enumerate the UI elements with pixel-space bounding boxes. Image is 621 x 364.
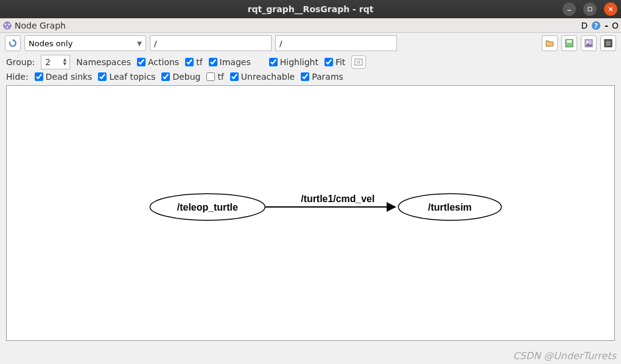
svg-text:?: ? xyxy=(594,22,598,30)
svg-rect-16 xyxy=(606,41,611,46)
node2-label: /turtlesim xyxy=(428,202,472,212)
highlight-checkbox[interactable] xyxy=(269,58,278,66)
panel-title: Node Graph xyxy=(15,21,66,30)
d-label: D xyxy=(581,21,588,30)
svg-point-5 xyxy=(5,23,7,25)
help-icon[interactable]: ? xyxy=(591,21,601,30)
toolbar: Nodes only ▼ xyxy=(0,33,621,54)
highlight-check[interactable]: Highlight xyxy=(269,57,318,67)
save-image-button[interactable] xyxy=(581,35,597,51)
params-checkbox[interactable] xyxy=(301,72,309,81)
node1-label: /teleop_turtle xyxy=(177,202,238,212)
filter2-input[interactable] xyxy=(275,35,397,51)
filter1-input[interactable] xyxy=(150,35,272,51)
leaftopics-check[interactable]: Leaf topics xyxy=(98,72,155,82)
svg-point-18 xyxy=(357,61,360,63)
refresh-button[interactable] xyxy=(5,35,21,51)
group-spinbox[interactable]: 2 ▲ ▼ xyxy=(41,55,70,69)
o-label: O xyxy=(612,21,619,30)
open-button[interactable] xyxy=(542,35,558,51)
svg-point-7 xyxy=(7,26,9,28)
window-controls xyxy=(563,2,617,16)
unreachable-check[interactable]: Unreachable xyxy=(230,72,295,82)
watermark: CSDN @UnderTurrets xyxy=(513,350,616,362)
minimize-button[interactable] xyxy=(563,2,576,16)
images-check[interactable]: Images xyxy=(209,57,251,67)
hide-row: Hide: Dead sinks Leaf topics Debug tf Un… xyxy=(0,71,621,83)
hidetf-check[interactable]: tf xyxy=(206,72,223,82)
deadsinks-check[interactable]: Dead sinks xyxy=(35,72,93,82)
fit-checkbox[interactable] xyxy=(325,58,333,66)
mode-combo[interactable]: Nodes only ▼ xyxy=(24,35,146,51)
debug-check[interactable]: Debug xyxy=(161,72,200,82)
chevron-down-icon: ▼ xyxy=(137,40,142,47)
settings-button[interactable] xyxy=(600,35,616,51)
deadsinks-checkbox[interactable] xyxy=(35,72,43,81)
svg-point-14 xyxy=(587,41,589,43)
fit-icon-button[interactable] xyxy=(351,55,366,69)
svg-rect-1 xyxy=(588,7,592,11)
titlebar: rqt_graph__RosGraph - rqt xyxy=(0,0,621,18)
svg-rect-12 xyxy=(567,40,572,43)
namespaces-label: Namespaces xyxy=(76,57,131,67)
leaftopics-checkbox[interactable] xyxy=(98,72,107,81)
unreachable-checkbox[interactable] xyxy=(230,72,239,81)
svg-rect-17 xyxy=(355,59,362,65)
actions-checkbox[interactable] xyxy=(137,58,146,66)
tf-checkbox[interactable] xyxy=(185,58,194,66)
params-check[interactable]: Params xyxy=(301,72,343,82)
tf-check[interactable]: tf xyxy=(185,57,202,67)
window-title: rqt_graph__RosGraph - rqt xyxy=(248,4,374,14)
fit-check[interactable]: Fit xyxy=(325,57,345,67)
images-checkbox[interactable] xyxy=(209,58,217,66)
graph-icon xyxy=(2,21,12,30)
group-row: Group: 2 ▲ ▼ Namespaces Actions tf Image… xyxy=(0,54,621,71)
dash-label: - xyxy=(605,21,608,30)
panel-header: Node Graph D ? - O xyxy=(0,18,621,33)
hidetf-checkbox[interactable] xyxy=(206,72,215,81)
hide-label: Hide: xyxy=(6,72,29,82)
close-button[interactable] xyxy=(604,2,617,16)
svg-point-6 xyxy=(9,23,10,25)
save-button[interactable] xyxy=(561,35,577,51)
graph-svg: /teleop_turtle /turtlesim /turtle1/cmd_v… xyxy=(7,86,614,340)
graph-canvas[interactable]: /teleop_turtle /turtlesim /turtle1/cmd_v… xyxy=(6,85,615,341)
group-value: 2 xyxy=(45,57,51,67)
maximize-button[interactable] xyxy=(583,2,597,16)
edge-label: /turtle1/cmd_vel xyxy=(301,194,374,204)
group-label: Group: xyxy=(6,57,35,67)
mode-selected: Nodes only xyxy=(29,39,72,48)
spin-down-icon[interactable]: ▼ xyxy=(61,62,68,66)
actions-check[interactable]: Actions xyxy=(137,57,179,67)
debug-checkbox[interactable] xyxy=(161,72,170,81)
